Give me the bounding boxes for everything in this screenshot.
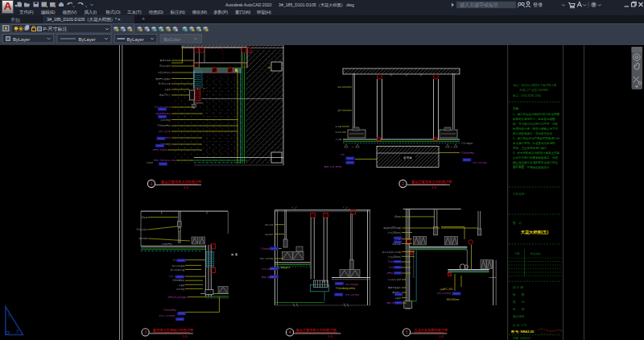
svg-text:(乳胶漆面): (乳胶漆面) [160, 118, 171, 122]
svg-text:细木工板基层: 细木工板基层 [171, 264, 184, 267]
svg-text:8#镀锌槽钢: 8#镀锌槽钢 [137, 228, 148, 231]
svg-text:纸和相关现场尺寸，如有疑问或图: 纸和相关现场尺寸，如有疑问或图 [513, 117, 555, 121]
svg-text:1:5: 1:5 [183, 334, 188, 338]
svg-text:(空调检修口): (空调检修口) [278, 266, 290, 269]
svg-text:5: 5 [406, 330, 408, 334]
svg-text:≠: ≠ [204, 87, 205, 90]
svg-text:进入该区域施工，否则责任自负。: 进入该区域施工，否则责任自负。 [513, 131, 555, 135]
svg-text:12mm厚层板: 12mm厚层板 [172, 279, 185, 282]
svg-text:8#镀锌槽钢: 8#镀锌槽钢 [159, 64, 171, 68]
svg-text:校 对:: 校 对: [512, 301, 525, 304]
svg-text:(中距600mm): (中距600mm) [388, 255, 401, 259]
svg-text:P-尺寸标注: P-尺寸标注 [43, 26, 68, 32]
svg-text:1:5: 1:5 [184, 185, 188, 189]
svg-text:工艺顶角收边: 工艺顶角收边 [158, 71, 171, 74]
svg-text:ByColor: ByColor [164, 37, 181, 42]
svg-text:9.5mm厚纸面石膏板: 9.5mm厚纸面石膏板 [336, 287, 356, 290]
svg-text:3: 3 [144, 330, 147, 334]
svg-text:2、施工单位必须严格按照国家现行的: 2、施工单位必须严格按照国家现行的 [513, 136, 559, 140]
svg-text:项目编号:: 项目编号: [513, 315, 525, 318]
svg-text:天花: 天花 [341, 153, 345, 156]
svg-text:顶棚F.C. 600: 顶棚F.C. 600 [440, 288, 452, 291]
svg-text:日期: 2016.07: 日期: 2016.07 [513, 337, 530, 340]
svg-text:≠8吊筋: ≠8吊筋 [141, 216, 148, 219]
svg-text:轻钢, 主龙骨: 轻钢, 主龙骨 [159, 130, 171, 133]
svg-text:装饰石膏板: 装饰石膏板 [162, 243, 173, 246]
svg-text:纸、节点做法与实际情况不符，请及: 纸、节点做法与实际情况不符，请及 [513, 122, 559, 126]
svg-text:修改内容: 修改内容 [530, 252, 542, 255]
svg-text:键入关键字或短语: 键入关键字或短语 [460, 2, 498, 8]
svg-text:天花, 乳胶漆面: 天花, 乳胶漆面 [473, 161, 487, 164]
svg-text:1: 1 [151, 181, 153, 186]
svg-text:木基层: 木基层 [178, 284, 184, 287]
svg-text:乳胶漆面: 乳胶漆面 [176, 288, 185, 291]
svg-text:环保、卫生等规定进行施工。: 环保、卫生等规定进行施工。 [513, 146, 550, 150]
svg-text:审 核:: 审 核: [513, 307, 525, 311]
svg-text:?: ? [592, 2, 595, 7]
svg-text:五金件安装横剖面详图: 五金件安装横剖面详图 [414, 328, 448, 332]
svg-text:天花, 白乳胶漆面: 天花, 白乳胶漆面 [159, 314, 175, 317]
svg-text:天花, 乳胶漆面: 天花, 乳胶漆面 [436, 292, 451, 295]
svg-text:9.5mm石膏板: 9.5mm石膏板 [163, 309, 177, 312]
svg-text:比 例: 1:75: 比 例: 1:75 [513, 324, 526, 327]
svg-text:石膏板, 防潮漆: 石膏板, 防潮漆 [152, 148, 167, 151]
svg-text:窗帘盒检修口: 窗帘盒检修口 [388, 286, 401, 289]
svg-text:天花, 乳胶漆面: 天花, 乳胶漆面 [259, 257, 274, 260]
svg-text:M: M [451, 146, 452, 148]
svg-text:ByLayer: ByLayer [13, 37, 30, 42]
svg-text:注意：: 注意： [513, 106, 522, 110]
svg-text:乳胶漆: 乳胶漆 [147, 161, 153, 164]
svg-text:吊杆吊件: 吊杆吊件 [265, 233, 274, 236]
svg-text:登录: 登录 [533, 2, 543, 8]
svg-text:2: 2 [402, 181, 404, 186]
svg-text:工程名称:: 工程名称: [513, 193, 525, 196]
svg-text:窗帘, 遮光布: 窗帘, 遮光布 [262, 276, 274, 279]
svg-text:纸面石膏板吊顶: 纸面石膏板吊顶 [155, 112, 171, 115]
svg-text:Y: Y [7, 313, 11, 318]
svg-text:吊杆: 吊杆 [337, 85, 342, 89]
svg-text:600×600mm: 600×600mm [447, 298, 460, 301]
svg-text:电话：0755-8236 1566: 电话：0755-8236 1566 [513, 94, 541, 97]
svg-text:天花, 防潮漆: 天花, 防潮漆 [262, 267, 274, 271]
svg-text:1、施工单位应仔细核对本工程全部图: 1、施工单位应仔细核对本工程全部图 [513, 112, 559, 116]
svg-text:9.5mm石膏板: 9.5mm石膏板 [461, 151, 475, 155]
svg-text:细木工板(防火防潮): 细木工板(防火防潮) [382, 251, 401, 254]
svg-text:细木工板: 细木工板 [265, 223, 274, 226]
svg-text:次龙骨: 次龙骨 [335, 138, 341, 141]
svg-text:1:5: 1:5 [431, 185, 436, 189]
svg-text:暗藏T5灯管: 暗藏T5灯管 [159, 93, 171, 97]
svg-text:木基层: 木基层 [394, 296, 401, 300]
svg-text:认后方可进行批量采购及施工，未经: 认后方可进行批量采购及施工，未经 [513, 155, 559, 160]
svg-text:设 计 师:: 设 计 师: [513, 285, 524, 289]
svg-text:有关施工规范、标准及相关的消防、: 有关施工规范、标准及相关的消防、 [513, 141, 558, 145]
svg-text:膨胀螺栓: 膨胀螺栓 [139, 237, 148, 240]
svg-text:≠8吊筋: ≠8吊筋 [394, 215, 402, 218]
svg-text:日期: 日期 [514, 252, 519, 255]
svg-text:1:5: 1:5 [328, 334, 332, 338]
svg-text:天花大样图(五): 天花大样图(五) [520, 230, 549, 235]
svg-text:细木工板基层: 细木工板基层 [345, 283, 358, 286]
svg-text:4: 4 [289, 330, 291, 334]
svg-text:1:5: 1:5 [439, 334, 444, 338]
svg-text:木基层: 木基层 [164, 88, 171, 91]
svg-text:1:2水泥砂浆: 1:2水泥砂浆 [461, 142, 473, 145]
svg-text:窗帘盒: 窗帘盒 [403, 155, 412, 160]
svg-text:收边条: 收边条 [335, 131, 341, 134]
svg-text:X: X [16, 329, 20, 334]
svg-text:地址：深圳市福田区竹子林求是大厦: 地址：深圳市福田区竹子林求是大厦 [512, 83, 557, 87]
svg-text:3、所有材料样品须经设计师及业主确: 3、所有材料样品须经设计师及业主确 [513, 151, 559, 155]
svg-text:(防火防潮处理): (防火防潮处理) [171, 268, 185, 272]
svg-text:窗帘, 轨道, 遮光布: 窗帘, 轨道, 遮光布 [324, 165, 342, 168]
svg-text:业主名称:: 业主名称: [513, 164, 525, 168]
svg-text:ByLayer: ByLayer [79, 37, 96, 42]
svg-text:边龙骨: 边龙骨 [335, 125, 341, 128]
svg-text:墙纸, 不锈钢收边, 防潮: 墙纸, 不锈钢收边, 防潮 [153, 159, 175, 162]
svg-text:窗帘导轨检修口: 窗帘导轨检修口 [155, 77, 171, 81]
svg-text:东座1-2产业园 518/WW: 东座1-2产业园 518/WW [519, 89, 549, 92]
svg-text:ByLayer: ByLayer [127, 37, 144, 42]
svg-text:石膏板自攻螺丝固定: 石膏板自攻螺丝固定 [167, 296, 188, 299]
svg-text:侧挂螺栓M8(加固): 侧挂螺栓M8(加固) [383, 226, 401, 230]
svg-text:制 图:: 制 图: [513, 293, 525, 296]
svg-text:实木收边 油漆: 实木收边 油漆 [387, 278, 401, 281]
svg-text:M: M [352, 146, 353, 148]
